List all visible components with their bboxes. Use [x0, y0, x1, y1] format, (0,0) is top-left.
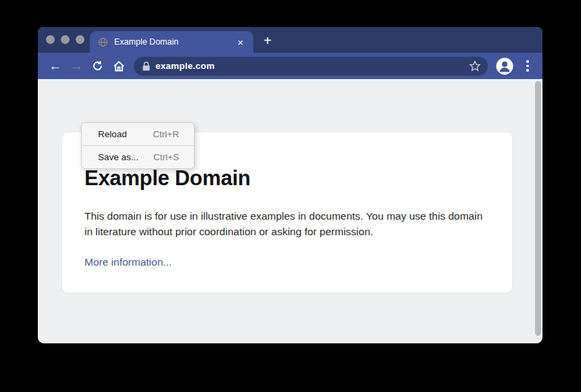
home-icon[interactable]: [108, 56, 129, 76]
maximize-window-button[interactable]: [76, 35, 84, 44]
back-icon[interactable]: ←: [45, 56, 66, 76]
profile-avatar-icon[interactable]: [496, 57, 514, 75]
menu-item-save-as[interactable]: Save as... Ctrl+S: [82, 146, 194, 168]
forward-icon[interactable]: →: [66, 56, 86, 76]
page-title: Example Domain: [84, 166, 485, 191]
menu-item-shortcut: Ctrl+S: [153, 152, 179, 162]
page-viewport: Example Domain This domain is for use in…: [38, 79, 542, 343]
lock-icon: [143, 62, 150, 71]
browser-tab[interactable]: Example Domain ×: [90, 31, 253, 53]
menu-item-label: Reload: [98, 129, 127, 139]
tab-title: Example Domain: [114, 37, 234, 47]
new-tab-button[interactable]: +: [259, 32, 276, 49]
reload-icon[interactable]: [87, 56, 108, 76]
more-information-link[interactable]: More information...: [84, 256, 172, 268]
browser-window: Example Domain × + ← → exampl: [38, 27, 542, 343]
vertical-scrollbar[interactable]: [535, 81, 541, 336]
close-window-button[interactable]: [46, 35, 55, 44]
menu-item-shortcut: Ctrl+R: [153, 129, 179, 139]
minimize-window-button[interactable]: [61, 35, 70, 44]
page-paragraph: This domain is for use in illustrative e…: [84, 208, 483, 240]
menu-item-reload[interactable]: Reload Ctrl+R: [82, 123, 194, 145]
browser-toolbar: ← → example.com: [38, 53, 542, 79]
traffic-lights: [46, 35, 84, 44]
kebab-menu-icon[interactable]: [520, 57, 536, 75]
title-bar: Example Domain × +: [38, 27, 542, 53]
url-text: example.com: [155, 61, 469, 71]
menu-item-label: Save as...: [98, 152, 138, 162]
context-menu: Reload Ctrl+R Save as... Ctrl+S: [81, 122, 195, 169]
address-bar[interactable]: example.com: [134, 57, 488, 76]
bookmark-star-icon[interactable]: [469, 60, 481, 72]
globe-icon: [98, 37, 108, 47]
close-tab-icon[interactable]: ×: [234, 36, 247, 48]
